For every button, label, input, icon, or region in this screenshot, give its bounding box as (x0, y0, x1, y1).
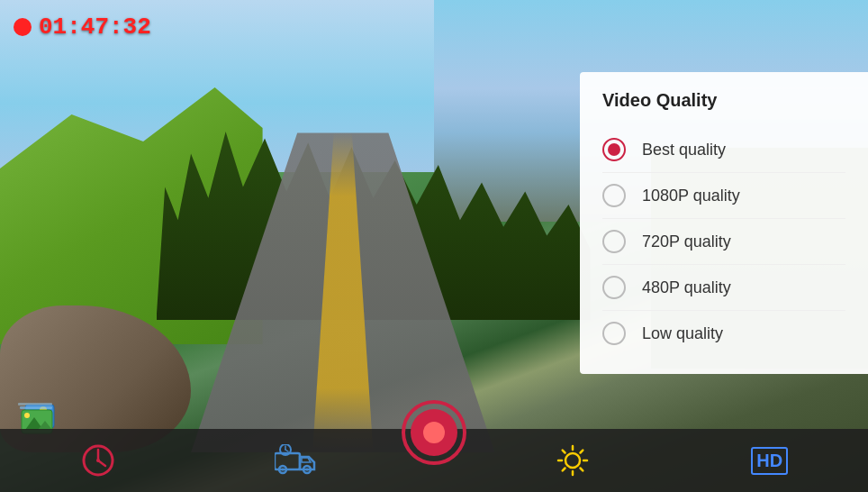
radio-best[interactable] (602, 138, 626, 161)
svg-rect-7 (20, 406, 52, 409)
quality-option-best[interactable]: Best quality (602, 127, 845, 173)
svg-line-28 (581, 451, 583, 453)
truck-clock-icon[interactable] (267, 437, 323, 484)
toolbar-section-clock (0, 429, 197, 492)
record-button[interactable] (402, 400, 466, 465)
record-button-inner (411, 409, 457, 456)
quality-label-best: Best quality (642, 141, 726, 159)
quality-label-low: Low quality (642, 324, 723, 343)
radio-1080p[interactable] (602, 184, 626, 207)
recording-dot (14, 18, 32, 36)
hd-label: HD (751, 447, 788, 475)
toolbar-section-hd: HD (672, 429, 869, 492)
svg-point-6 (24, 413, 30, 418)
quality-label-720p: 720P quality (642, 232, 731, 251)
svg-line-20 (285, 450, 288, 451)
svg-point-21 (565, 453, 580, 468)
svg-line-27 (581, 469, 583, 471)
svg-rect-8 (18, 403, 52, 405)
radio-low[interactable] (602, 322, 626, 345)
svg-line-26 (563, 451, 565, 453)
radio-best-inner (608, 143, 620, 156)
sun-icon[interactable] (547, 435, 598, 486)
quality-option-1080p[interactable]: 1080P quality (602, 173, 845, 219)
svg-line-29 (563, 469, 565, 471)
quality-panel: Video Quality Best quality 1080P quality… (580, 72, 868, 374)
quality-option-720p[interactable]: 720P quality (602, 219, 845, 265)
quality-option-480p[interactable]: 480P quality (602, 265, 845, 311)
hd-icon[interactable]: HD (744, 440, 795, 482)
radio-480p[interactable] (602, 276, 626, 299)
svg-point-12 (96, 459, 100, 462)
svg-point-17 (305, 469, 308, 471)
recording-indicator: 01:47:32 (14, 14, 151, 41)
svg-point-15 (281, 469, 284, 471)
record-button-container[interactable] (402, 400, 466, 465)
toolbar-section-sun (475, 429, 672, 492)
toolbar-section-truck (197, 429, 394, 492)
recording-time: 01:47:32 (39, 14, 151, 41)
radio-720p[interactable] (602, 230, 626, 253)
quality-option-low[interactable]: Low quality (602, 311, 845, 356)
quality-label-1080p: 1080P quality (642, 187, 740, 205)
quality-panel-title: Video Quality (602, 90, 845, 111)
record-button-dot (423, 422, 445, 443)
quality-label-480p: 480P quality (642, 278, 731, 297)
timer-icon[interactable] (73, 435, 123, 486)
